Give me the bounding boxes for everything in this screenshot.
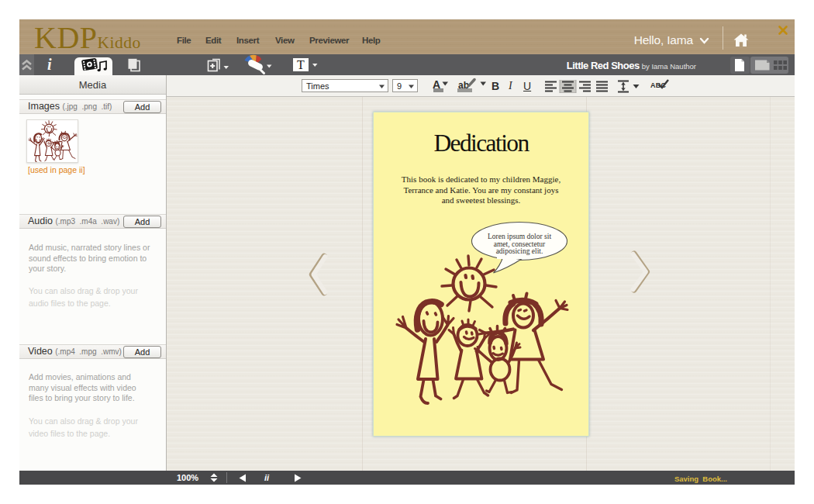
svg-text:adiposicing elit.: adiposicing elit.: [496, 247, 543, 255]
svg-text:Loren ipsum dolor sit: Loren ipsum dolor sit: [488, 233, 551, 240]
svg-text:T: T: [297, 58, 305, 71]
svg-text:amet, consectetur: amet, consectetur: [494, 240, 546, 248]
